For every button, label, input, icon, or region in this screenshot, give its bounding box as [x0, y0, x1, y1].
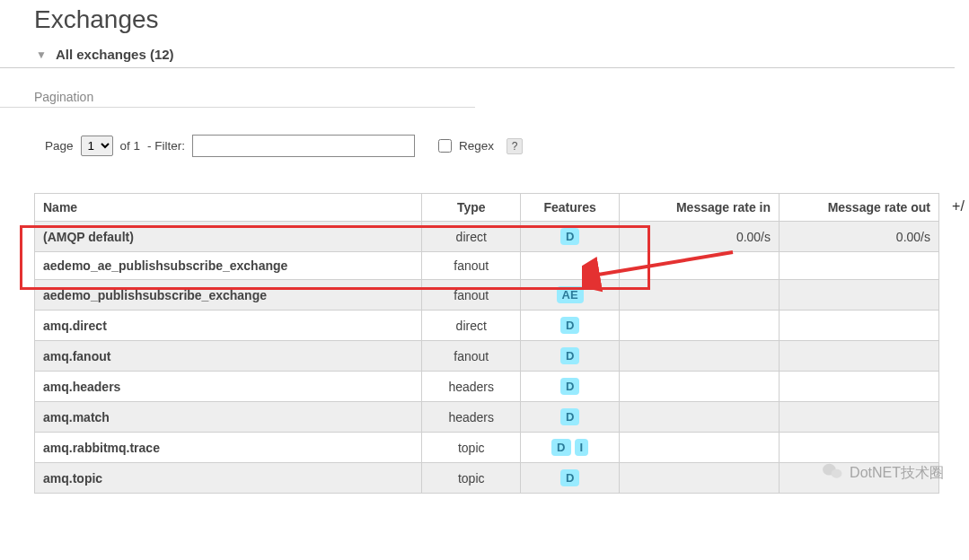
exchange-name-link[interactable]: amq.match: [35, 402, 422, 433]
exchange-name-link[interactable]: aedemo_publishsubscribe_exchange: [35, 280, 422, 311]
exchange-name-link[interactable]: amq.topic: [35, 463, 422, 494]
exchange-features: D: [521, 341, 620, 372]
feature-badge: D: [560, 408, 579, 425]
rate-in: [620, 463, 780, 494]
exchange-name-link[interactable]: (AMQP default): [35, 222, 422, 252]
feature-badge: D: [560, 347, 579, 364]
exchange-name-link[interactable]: aedemo_ae_publishsubscribe_exchange: [35, 252, 422, 280]
watermark: DotNET技术圈: [823, 462, 944, 485]
watermark-text: DotNET技术圈: [850, 464, 944, 483]
rate-out: [780, 280, 939, 311]
table-row: amq.matchheadersD: [35, 402, 939, 433]
rate-in: [620, 372, 780, 402]
regex-checkbox[interactable]: [438, 139, 452, 153]
chevron-down-icon: ▼: [36, 48, 47, 61]
pagination-controls: Page 1 of 1 - Filter: Regex ?: [0, 108, 969, 193]
filter-input[interactable]: [192, 135, 415, 157]
svg-point-2: [832, 469, 842, 478]
exchange-name-link[interactable]: amq.fanout: [35, 341, 422, 372]
exchange-features: DI: [521, 433, 620, 463]
page-select[interactable]: 1: [81, 136, 113, 156]
exchange-type: topic: [422, 463, 521, 494]
table-row: amq.headersheadersD: [35, 372, 939, 402]
exchange-name-link[interactable]: amq.direct: [35, 311, 422, 341]
table-row: amq.rabbitmq.tracetopicDI: [35, 433, 939, 463]
table-row: amq.fanoutfanoutD: [35, 341, 939, 372]
page-label: Page: [45, 139, 74, 153]
exchange-features: AE: [521, 280, 620, 311]
feature-badge: D: [560, 469, 579, 486]
col-name-header[interactable]: Name: [35, 194, 422, 222]
add-exchange-button[interactable]: +/: [947, 193, 969, 223]
rate-out: [780, 311, 939, 341]
exchange-type: fanout: [422, 252, 521, 280]
rate-in: [620, 311, 780, 341]
exchange-type: headers: [422, 402, 521, 433]
rate-out: [780, 341, 939, 372]
exchange-name-link[interactable]: amq.rabbitmq.trace: [35, 433, 422, 463]
exchanges-table: Name Type Features Message rate in Messa…: [34, 193, 939, 494]
rate-in: 0.00/s: [620, 222, 780, 252]
regex-help-button[interactable]: ?: [507, 138, 523, 154]
regex-label: Regex: [459, 139, 494, 153]
table-row: (AMQP default)directD0.00/s0.00/s: [35, 222, 939, 252]
rate-in: [620, 433, 780, 463]
rate-out: [780, 252, 939, 280]
exchange-features: D: [521, 402, 620, 433]
feature-badge: AE: [557, 286, 584, 303]
exchange-features: D: [521, 372, 620, 402]
exchange-type: direct: [422, 222, 521, 252]
exchange-type: direct: [422, 311, 521, 341]
rate-out: [780, 402, 939, 433]
col-features-header[interactable]: Features: [521, 194, 620, 222]
rate-in: [620, 280, 780, 311]
section-header-label: All exchanges (12): [56, 47, 174, 62]
exchange-features: D: [521, 222, 620, 252]
rate-in: [620, 252, 780, 280]
exchange-features: D: [521, 311, 620, 341]
rate-out: 0.00/s: [780, 222, 939, 252]
table-row: amq.directdirectD: [35, 311, 939, 341]
feature-badge: D: [560, 228, 579, 245]
table-row: aedemo_ae_publishsubscribe_exchangefanou…: [35, 252, 939, 280]
exchange-type: topic: [422, 433, 521, 463]
feature-badge: D: [560, 378, 579, 395]
exchange-type: fanout: [422, 280, 521, 311]
filter-label: - Filter:: [147, 139, 185, 153]
wechat-icon: [823, 462, 842, 485]
exchange-name-link[interactable]: amq.headers: [35, 372, 422, 402]
col-rate-out-header[interactable]: Message rate out: [780, 194, 939, 222]
pagination-heading: Pagination: [0, 68, 475, 108]
exchange-features: [521, 252, 620, 280]
rate-in: [620, 341, 780, 372]
exchange-features: D: [521, 463, 620, 494]
table-row: aedemo_publishsubscribe_exchangefanoutAE: [35, 280, 939, 311]
rate-out: [780, 372, 939, 402]
rate-out: [780, 433, 939, 463]
col-type-header[interactable]: Type: [422, 194, 521, 222]
page-title: Exchanges: [0, 0, 969, 43]
feature-badge: D: [560, 317, 579, 334]
exchange-type: fanout: [422, 341, 521, 372]
table-row: amq.topictopicD: [35, 463, 939, 494]
feature-badge: I: [575, 439, 589, 456]
page-of-text: of 1: [120, 139, 141, 153]
exchange-type: headers: [422, 372, 521, 402]
col-rate-in-header[interactable]: Message rate in: [620, 194, 780, 222]
rate-in: [620, 402, 780, 433]
section-header[interactable]: ▼ All exchanges (12): [0, 43, 955, 68]
feature-badge: D: [551, 439, 570, 456]
